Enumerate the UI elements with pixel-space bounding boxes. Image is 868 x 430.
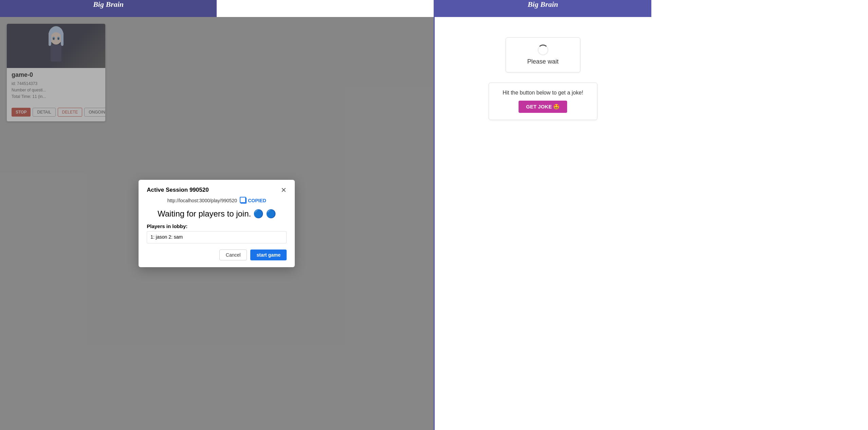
start-game-button[interactable]: start game [250,250,287,260]
left-brand: Big Brain [93,0,124,9]
right-pane: Big Brain Please wait Hit the button bel… [435,0,868,430]
left-content-area: game-0 id: 744514373 Number of questi...… [0,17,434,430]
please-wait-text: Please wait [527,58,559,65]
right-main-content: Please wait Hit the button below to get … [435,17,651,430]
modal-players-list: 1: jason 2: sam [147,231,287,243]
modal-title: Active Session 990520 [147,187,209,193]
copy-button[interactable]: COPIED [240,197,266,204]
modal-waiting-text: Waiting for players to join. 🔵 🔵 [147,209,287,219]
modal-close-button[interactable]: ✕ [281,187,287,193]
copy-icon [240,197,247,204]
active-session-modal: Active Session 990520 ✕ http://localhost… [139,180,295,267]
joke-prompt-text: Hit the button below to get a joke! [503,90,583,96]
modal-header: Active Session 990520 ✕ [147,187,287,193]
get-joke-button[interactable]: GET JOKE 🤩 [519,101,567,113]
modal-players-label: Players in lobby: [147,223,287,229]
right-brand: Big Brain [528,0,558,9]
modal-actions: Cancel start game [147,250,287,260]
loading-spinner [538,45,548,55]
modal-url-text: http://localhost:3000/play/990520 [167,198,237,203]
left-pane: Big Brain DASHBOARD WORKSHOP ▾ LOGOUT ➜ [0,0,434,430]
left-navbar: Big Brain DASHBOARD WORKSHOP ▾ LOGOUT ➜ [0,0,217,17]
modal-url-row: http://localhost:3000/play/990520 COPIED [147,197,287,204]
please-wait-card: Please wait [506,37,580,72]
copied-label: COPIED [248,198,266,203]
right-navbar: Big Brain [435,0,651,17]
cancel-button[interactable]: Cancel [219,250,247,260]
modal-overlay: Active Session 990520 ✕ http://localhost… [0,17,434,430]
joke-card: Hit the button below to get a joke! GET … [489,83,597,120]
